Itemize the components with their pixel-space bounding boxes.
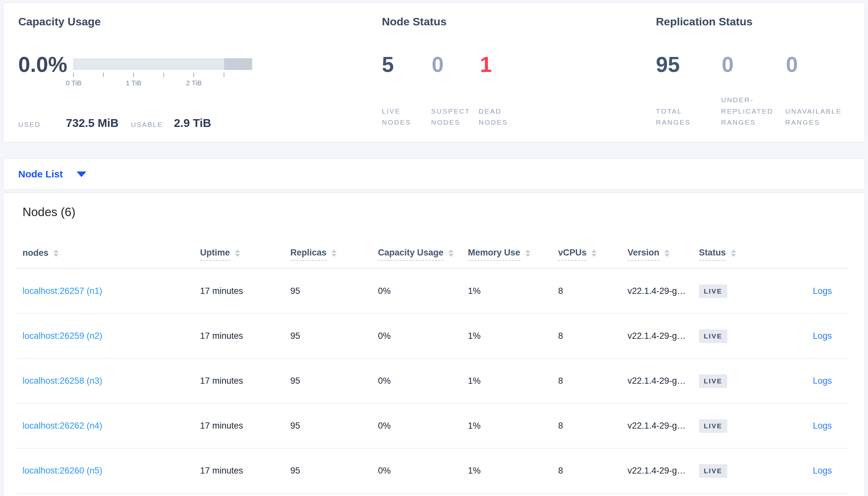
memory-cell: 1% — [468, 421, 558, 431]
replicas-cell: 95 — [290, 421, 378, 431]
node-link[interactable]: localhost:26257 (n1) — [23, 286, 102, 296]
column-header-vcpus[interactable]: vCPUs — [558, 248, 628, 261]
logs-link[interactable]: Logs — [813, 466, 832, 476]
uptime-cell: 17 minutes — [200, 421, 290, 431]
column-header-status[interactable]: Status — [699, 248, 808, 261]
capacity-bar-ticks — [73, 73, 252, 77]
vcpus-cell: 8 — [558, 331, 628, 341]
status-badge: LIVE — [699, 284, 727, 298]
uptime-cell: 17 minutes — [200, 376, 290, 386]
status-badge: LIVE — [699, 419, 727, 433]
node-list-dropdown-label: Node List — [18, 169, 63, 180]
column-header-memory-use[interactable]: Memory Use — [468, 248, 558, 261]
status-badge: LIVE — [699, 374, 727, 388]
capacity-bar-nonusable-segment — [224, 58, 252, 70]
sort-icon — [525, 250, 530, 257]
capacity-cell: 0% — [378, 421, 468, 431]
sort-icon — [54, 250, 59, 257]
capacity-cell: 0% — [378, 286, 468, 296]
total-ranges-label: TOTAL RANGES — [656, 106, 700, 128]
table-row: localhost:26262 (n4) 17 minutes 95 0% 1%… — [16, 404, 849, 449]
version-cell: v22.1.4-29-g… — [628, 421, 699, 431]
total-ranges-count: 95 — [656, 51, 680, 78]
replication-status-title: Replication Status — [656, 15, 753, 28]
under-replicated-ranges-count: 0 — [722, 51, 734, 78]
nodes-table: nodes Uptime Replicas Capacity Usage Mem… — [16, 240, 849, 493]
nodes-table-header: nodes Uptime Replicas Capacity Usage Mem… — [16, 240, 849, 269]
sort-icon — [731, 250, 736, 257]
usable-label: USABLE — [131, 121, 163, 128]
logs-link[interactable]: Logs — [813, 286, 832, 296]
capacity-usage-percent: 0.0% — [18, 51, 67, 78]
table-row: localhost:26258 (n3) 17 minutes 95 0% 1%… — [16, 359, 849, 404]
logs-link[interactable]: Logs — [813, 331, 832, 341]
vcpus-cell: 8 — [558, 466, 628, 476]
under-replicated-ranges-label: UNDER-REPLICATED RANGES — [721, 94, 784, 128]
logs-link[interactable]: Logs — [813, 421, 832, 431]
unavailable-ranges-label: UNAVAILABLE RANGES — [785, 106, 850, 128]
version-cell: v22.1.4-29-g… — [628, 331, 699, 341]
capacity-cell: 0% — [378, 331, 468, 341]
suspect-nodes-label: SUSPECT NODES — [431, 106, 483, 128]
sort-icon — [235, 250, 240, 257]
replicas-cell: 95 — [290, 331, 378, 341]
node-list-bar: Node List — [3, 158, 865, 190]
node-link[interactable]: localhost:26258 (n3) — [23, 376, 102, 386]
node-link[interactable]: localhost:26262 (n4) — [23, 421, 102, 431]
column-header-uptime[interactable]: Uptime — [200, 248, 290, 261]
tick-label-0tib: 0 TiB — [66, 79, 81, 87]
uptime-cell: 17 minutes — [200, 466, 290, 476]
table-row: localhost:26259 (n2) 17 minutes 95 0% 1%… — [16, 314, 849, 359]
caret-down-icon — [77, 171, 86, 177]
nodes-table-title: Nodes (6) — [23, 205, 75, 219]
sort-icon — [664, 250, 670, 257]
capacity-bar-track — [73, 58, 252, 70]
replicas-cell: 95 — [290, 286, 378, 296]
live-nodes-count: 5 — [382, 51, 394, 78]
vcpus-cell: 8 — [558, 376, 628, 386]
node-link[interactable]: localhost:26260 (n5) — [23, 466, 102, 476]
node-link[interactable]: localhost:26259 (n2) — [23, 331, 102, 341]
unavailable-ranges-count: 0 — [786, 51, 798, 78]
version-cell: v22.1.4-29-g… — [628, 376, 699, 386]
status-badge: LIVE — [699, 464, 727, 478]
version-cell: v22.1.4-29-g… — [628, 286, 699, 296]
memory-cell: 1% — [468, 466, 558, 476]
vcpus-cell: 8 — [558, 286, 628, 296]
capacity-bar-tick-labels: 0 TiB 1 TiB 2 TiB — [73, 79, 252, 88]
logs-link[interactable]: Logs — [813, 376, 832, 386]
capacity-cell: 0% — [378, 466, 468, 476]
capacity-stats: USED 732.5 MiB USABLE 2.9 TiB — [18, 117, 211, 129]
memory-cell: 1% — [468, 286, 558, 296]
column-header-version[interactable]: Version — [628, 248, 699, 261]
dead-nodes-label: DEAD NODES — [479, 106, 527, 128]
table-row: localhost:26260 (n5) 17 minutes 95 0% 1%… — [16, 449, 849, 493]
nodes-table-card: Nodes (6) nodes Uptime Replicas Capacity… — [3, 193, 865, 496]
cluster-summary-card: Capacity Usage 0.0% 0 TiB 1 TiB 2 TiB US… — [3, 3, 865, 142]
table-row: localhost:26257 (n1) 17 minutes 95 0% 1%… — [16, 269, 849, 314]
memory-cell: 1% — [468, 331, 558, 341]
capacity-cell: 0% — [378, 376, 468, 386]
sort-icon — [592, 250, 597, 257]
replicas-cell: 95 — [290, 466, 378, 476]
column-header-capacity-usage[interactable]: Capacity Usage — [378, 248, 468, 261]
memory-cell: 1% — [468, 376, 558, 386]
column-header-nodes[interactable]: nodes — [23, 248, 200, 260]
sort-icon — [331, 250, 336, 257]
suspect-nodes-count: 0 — [432, 51, 444, 78]
column-header-replicas[interactable]: Replicas — [290, 248, 378, 261]
usable-value: 2.9 TiB — [174, 117, 211, 129]
used-value: 732.5 MiB — [66, 117, 118, 129]
uptime-cell: 17 minutes — [200, 331, 290, 341]
tick-label-2tib: 2 TiB — [186, 79, 202, 87]
status-badge: LIVE — [699, 329, 727, 343]
capacity-usage-title: Capacity Usage — [18, 15, 101, 28]
live-nodes-label: LIVE NODES — [382, 106, 431, 128]
node-list-dropdown[interactable]: Node List — [18, 159, 86, 189]
uptime-cell: 17 minutes — [200, 286, 290, 296]
vcpus-cell: 8 — [558, 421, 628, 431]
sort-icon — [448, 250, 453, 257]
version-cell: v22.1.4-29-g… — [628, 466, 699, 476]
used-label: USED — [18, 121, 41, 128]
replicas-cell: 95 — [290, 376, 378, 386]
